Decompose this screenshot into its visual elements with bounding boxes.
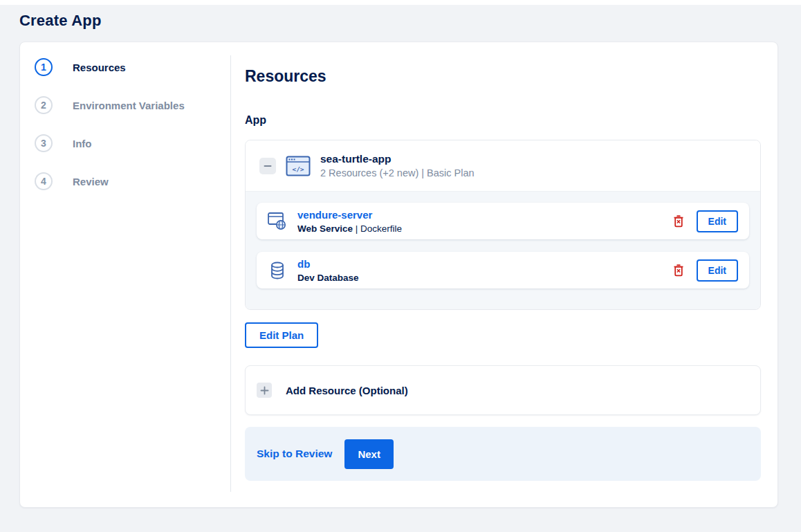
resource-name-link[interactable]: vendure-server xyxy=(297,209,372,221)
resource-detail: Dockerfile xyxy=(360,223,402,234)
plus-icon xyxy=(257,383,272,398)
app-section-label: App xyxy=(245,114,761,127)
trash-icon xyxy=(673,264,684,277)
resource-row-db: db Dev Database xyxy=(257,252,749,288)
app-titles: sea-turtle-app 2 Resources (+2 new) | Ba… xyxy=(320,153,475,178)
step-resources[interactable]: 1 Resources xyxy=(35,58,231,76)
wizard-card: 1 Resources 2 Environment Variables 3 In… xyxy=(19,42,778,508)
step-environment-variables[interactable]: 2 Environment Variables xyxy=(35,96,231,114)
wizard-content: Resources App </> xyxy=(231,42,777,507)
next-button[interactable]: Next xyxy=(344,439,394,469)
step-label-environment-variables: Environment Variables xyxy=(73,100,185,111)
delete-resource-button[interactable] xyxy=(672,213,685,229)
top-strip xyxy=(0,0,801,5)
app-resource-list: vendure-server Web Service | Dockerfile xyxy=(246,191,760,309)
step-review[interactable]: 4 Review xyxy=(35,172,231,190)
web-service-icon xyxy=(268,212,287,230)
app-name: sea-turtle-app xyxy=(320,153,475,165)
resource-type: Web Service xyxy=(297,223,353,234)
delete-resource-button[interactable] xyxy=(672,262,685,278)
edit-plan-button[interactable]: Edit Plan xyxy=(245,322,318,348)
edit-resource-button[interactable]: Edit xyxy=(697,210,738,232)
section-heading: Resources xyxy=(245,67,761,86)
trash-icon xyxy=(673,214,684,228)
step-number-4: 4 xyxy=(35,172,53,190)
edit-resource-button[interactable]: Edit xyxy=(697,259,738,282)
resource-separator: | xyxy=(353,223,360,234)
resource-name-link[interactable]: db xyxy=(297,258,310,270)
resource-row-vendure-server: vendure-server Web Service | Dockerfile xyxy=(257,203,749,239)
step-number-2: 2 xyxy=(35,96,53,114)
resource-text: db Dev Database xyxy=(297,258,359,283)
step-number-3: 3 xyxy=(35,134,53,152)
wizard-stepper: 1 Resources 2 Environment Variables 3 In… xyxy=(20,42,231,507)
resource-text: vendure-server Web Service | Dockerfile xyxy=(297,209,402,234)
step-label-review: Review xyxy=(73,176,109,187)
wizard-footer: Skip to Review Next xyxy=(245,427,761,481)
step-label-resources: Resources xyxy=(73,62,126,73)
app-code-window-icon: </> xyxy=(286,156,311,176)
resource-type: Dev Database xyxy=(297,273,359,283)
page-title: Create App xyxy=(19,12,801,30)
svg-text:</>: </> xyxy=(292,165,304,172)
add-resource-label: Add Resource (Optional) xyxy=(286,385,408,396)
step-label-info: Info xyxy=(73,138,92,149)
app-card-header: </> sea-turtle-app 2 Resources (+2 new) … xyxy=(246,140,760,191)
skip-to-review-link[interactable]: Skip to Review xyxy=(257,448,332,460)
step-info[interactable]: 3 Info xyxy=(35,134,231,152)
resource-meta: Web Service | Dockerfile xyxy=(297,223,402,234)
add-resource-card[interactable]: Add Resource (Optional) xyxy=(245,365,761,415)
minus-icon xyxy=(264,162,272,170)
app-summary: 2 Resources (+2 new) | Basic Plan xyxy=(320,167,475,178)
database-icon xyxy=(268,262,287,279)
collapse-app-button[interactable] xyxy=(259,158,276,174)
app-card: </> sea-turtle-app 2 Resources (+2 new) … xyxy=(245,140,761,310)
resource-meta: Dev Database xyxy=(297,273,359,283)
step-number-1: 1 xyxy=(35,58,53,76)
